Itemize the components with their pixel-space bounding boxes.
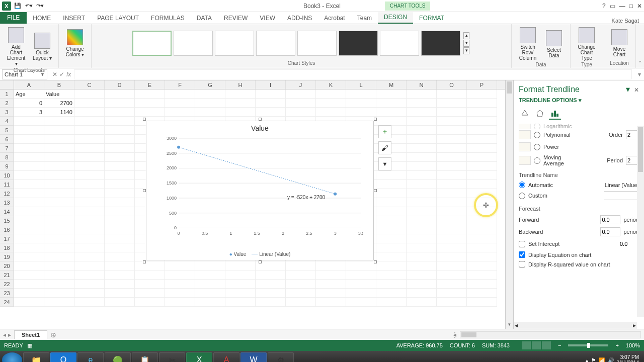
- tab-pagelayout[interactable]: PAGE LAYOUT: [91, 13, 145, 24]
- panel-subtitle[interactable]: TRENDLINE OPTIONS ▾: [519, 97, 639, 104]
- cell[interactable]: [437, 298, 467, 307]
- set-intercept-checkbox[interactable]: [519, 241, 525, 247]
- cell[interactable]: [135, 298, 165, 307]
- cell[interactable]: [105, 117, 135, 126]
- chart-style-8[interactable]: [421, 31, 460, 56]
- cell[interactable]: [437, 126, 467, 135]
- cell[interactable]: [407, 270, 437, 280]
- tab-team[interactable]: Team: [351, 13, 378, 24]
- cell[interactable]: [376, 198, 407, 207]
- maximize-icon[interactable]: □: [629, 3, 633, 10]
- cell[interactable]: [286, 270, 316, 280]
- tray-clock[interactable]: 3:07 PM 3/11/2014: [617, 354, 639, 362]
- cell[interactable]: [225, 289, 256, 298]
- cell[interactable]: [195, 289, 225, 298]
- taskbar-app-icon[interactable]: 📋: [132, 352, 158, 362]
- cell[interactable]: [165, 289, 195, 298]
- cell[interactable]: [376, 234, 407, 243]
- cell[interactable]: [14, 252, 44, 261]
- cell[interactable]: [467, 243, 497, 252]
- change-chart-type-button[interactable]: Change Chart Type: [575, 26, 599, 62]
- column-header[interactable]: O: [437, 80, 467, 89]
- cell[interactable]: [105, 126, 135, 135]
- tray-overflow-icon[interactable]: ▴: [586, 357, 588, 363]
- cell[interactable]: [467, 171, 497, 180]
- cell[interactable]: [14, 153, 44, 162]
- change-colors-button[interactable]: Change Colors ▾: [63, 28, 87, 58]
- cell[interactable]: [376, 117, 407, 126]
- column-header[interactable]: M: [376, 80, 407, 89]
- cell[interactable]: [195, 270, 225, 280]
- cell[interactable]: [407, 171, 437, 180]
- cell[interactable]: [14, 225, 44, 234]
- cell[interactable]: [14, 180, 44, 189]
- undo-icon[interactable]: ↶▾: [24, 2, 33, 11]
- cell[interactable]: [316, 289, 346, 298]
- polynomial-radio[interactable]: [534, 132, 540, 138]
- cell[interactable]: [316, 261, 346, 270]
- redo-icon[interactable]: ↷▾: [35, 2, 44, 11]
- row-header[interactable]: 13: [0, 198, 14, 207]
- chart-filters-button[interactable]: ▼: [378, 157, 391, 170]
- column-header[interactable]: E: [135, 80, 165, 89]
- cell[interactable]: [286, 280, 316, 289]
- cancel-formula-icon[interactable]: ✕: [52, 71, 57, 78]
- zoom-in-button[interactable]: +: [615, 342, 618, 348]
- panel-hscroll[interactable]: ◂▸: [514, 322, 637, 329]
- tab-acrobat[interactable]: Acrobat: [318, 13, 351, 24]
- user-name[interactable]: Kate Sagat: [612, 18, 639, 24]
- intercept-input[interactable]: [619, 239, 639, 248]
- cell[interactable]: [407, 126, 437, 135]
- cell[interactable]: [74, 198, 105, 207]
- column-header[interactable]: J: [286, 80, 316, 89]
- macro-record-icon[interactable]: ▦: [27, 342, 32, 349]
- cell[interactable]: [135, 89, 165, 99]
- tab-addins[interactable]: ADD-INS: [281, 13, 318, 24]
- cell[interactable]: [376, 99, 407, 108]
- cell[interactable]: [407, 261, 437, 270]
- row-header[interactable]: 8: [0, 153, 14, 162]
- taskbar-chrome-icon[interactable]: 🟢: [105, 352, 131, 362]
- sheet-tab-sheet1[interactable]: Sheet1: [14, 330, 47, 339]
- quick-layout-button[interactable]: Quick Layout ▾: [30, 32, 54, 62]
- cell[interactable]: [14, 234, 44, 243]
- cell[interactable]: [256, 289, 286, 298]
- cell[interactable]: [407, 252, 437, 261]
- taskbar-snip-icon[interactable]: ✂: [159, 352, 185, 362]
- cell[interactable]: [105, 243, 135, 252]
- cell[interactable]: [44, 117, 74, 126]
- cell[interactable]: [437, 225, 467, 234]
- taskbar-outlook-icon[interactable]: O: [50, 352, 76, 362]
- tab-design[interactable]: DESIGN: [378, 12, 413, 24]
- cell[interactable]: 3: [14, 108, 44, 117]
- cell[interactable]: [74, 89, 105, 99]
- select-all-corner[interactable]: [0, 80, 14, 89]
- cell[interactable]: [105, 108, 135, 117]
- cell[interactable]: [286, 108, 316, 117]
- cell[interactable]: [74, 234, 105, 243]
- forward-input[interactable]: [600, 215, 620, 224]
- cell[interactable]: [44, 198, 74, 207]
- cell[interactable]: [195, 99, 225, 108]
- cell[interactable]: [105, 280, 135, 289]
- cell[interactable]: [105, 162, 135, 171]
- cell[interactable]: [437, 108, 467, 117]
- fx-icon[interactable]: fx: [66, 71, 71, 78]
- cell[interactable]: [165, 280, 195, 289]
- cell[interactable]: [105, 289, 135, 298]
- cell[interactable]: [74, 252, 105, 261]
- cell[interactable]: [467, 108, 497, 117]
- cell[interactable]: [467, 162, 497, 171]
- cell[interactable]: [165, 108, 195, 117]
- cell[interactable]: [316, 298, 346, 307]
- cell[interactable]: [74, 298, 105, 307]
- row-header[interactable]: 9: [0, 162, 14, 171]
- cell[interactable]: [286, 99, 316, 108]
- cell[interactable]: [14, 298, 44, 307]
- zoom-level[interactable]: 100%: [626, 342, 640, 348]
- cell[interactable]: [467, 298, 497, 307]
- cell[interactable]: [407, 162, 437, 171]
- cell[interactable]: [316, 99, 346, 108]
- cell[interactable]: [225, 270, 256, 280]
- cell[interactable]: [225, 99, 256, 108]
